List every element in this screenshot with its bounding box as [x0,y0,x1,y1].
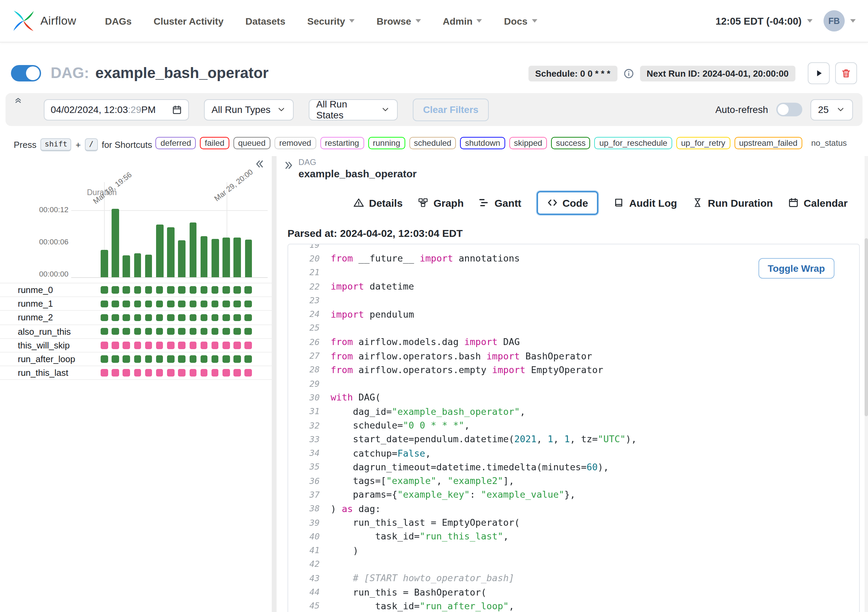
task-instance-skipped[interactable] [101,369,108,376]
task-instance-success[interactable] [156,287,163,294]
schedule-badge[interactable]: Schedule: 0 0 * * * [529,65,617,81]
task-instance-success[interactable] [200,356,208,363]
clear-filters-button[interactable]: Clear Filters [413,98,489,121]
legend-removed[interactable]: removed [274,137,316,149]
task-instance-skipped[interactable] [178,369,186,376]
task-instance-success[interactable] [200,287,208,294]
task-instance-success[interactable] [101,287,108,294]
collapse-filters-button[interactable] [14,96,23,105]
user-menu[interactable]: FB [823,10,856,31]
task-instance-success[interactable] [167,356,174,363]
legend-upstream_failed[interactable]: upstream_failed [734,137,802,149]
task-instance-success[interactable] [134,356,141,363]
task-instance-success[interactable] [167,287,174,294]
task-label-also_run_this[interactable]: also_run_this [18,326,71,336]
tab-run-duration[interactable]: Run Duration [692,197,773,208]
task-instance-skipped[interactable] [156,342,163,349]
task-instance-success[interactable] [145,328,152,335]
duration-bar[interactable] [145,254,152,277]
task-instance-success[interactable] [112,314,119,321]
grid-panel-scrollbar[interactable] [272,156,277,612]
nav-item-admin[interactable]: Admin [443,15,482,26]
task-instance-success[interactable] [200,314,208,321]
clock-menu[interactable]: 12:05 EDT (-04:00) [716,15,812,26]
tab-audit-log[interactable]: Audit Log [613,197,677,208]
task-instance-success[interactable] [145,300,152,307]
task-instance-success[interactable] [212,328,219,335]
tab-details[interactable]: Details [353,197,403,208]
task-instance-success[interactable] [123,356,130,363]
legend-skipped[interactable]: skipped [509,137,547,149]
task-instance-skipped[interactable] [245,342,252,349]
task-instance-success[interactable] [101,314,108,321]
task-instance-skipped[interactable] [123,369,130,376]
task-instance-success[interactable] [234,356,241,363]
task-instance-skipped[interactable] [101,342,108,349]
task-instance-skipped[interactable] [245,369,252,376]
task-instance-success[interactable] [145,314,152,321]
task-instance-success[interactable] [167,314,174,321]
duration-bar[interactable] [167,227,174,277]
task-instance-success[interactable] [112,300,119,307]
duration-bar[interactable] [201,237,208,277]
task-instance-success[interactable] [234,314,241,321]
run-types-select[interactable]: All Run Types [204,99,294,120]
task-instance-success[interactable] [222,287,229,294]
legend-up_for_reschedule[interactable]: up_for_reschedule [595,137,672,149]
task-instance-success[interactable] [189,300,197,307]
task-instance-success[interactable] [222,356,229,363]
task-instance-success[interactable] [123,328,130,335]
legend-scheduled[interactable]: scheduled [409,137,456,149]
task-instance-success[interactable] [123,300,130,307]
duration-bar[interactable] [178,240,186,277]
legend-shutdown[interactable]: shutdown [460,137,505,149]
legend-failed[interactable]: failed [200,137,229,149]
task-instance-success[interactable] [134,300,141,307]
breadcrumb[interactable]: DAG [298,158,316,167]
task-instance-success[interactable] [178,328,186,335]
task-instance-success[interactable] [245,356,252,363]
trigger-dag-button[interactable] [808,62,830,84]
brand-home-link[interactable]: Airflow [12,9,76,32]
legend-no_status[interactable]: no_status [806,137,852,149]
task-instance-success[interactable] [178,287,186,294]
task-instance-success[interactable] [156,300,163,307]
task-instance-success[interactable] [200,328,208,335]
task-instance-success[interactable] [245,300,252,307]
task-instance-success[interactable] [212,300,219,307]
task-instance-success[interactable] [167,300,174,307]
task-instance-skipped[interactable] [156,369,163,376]
task-label-run_this_last[interactable]: run_this_last [18,367,68,378]
page-scrollbar[interactable] [865,156,868,612]
tab-code[interactable]: Code [536,191,598,215]
task-instance-skipped[interactable] [212,342,219,349]
task-instance-skipped[interactable] [123,342,130,349]
task-instance-success[interactable] [189,314,197,321]
task-instance-success[interactable] [222,314,229,321]
nav-item-cluster-activity[interactable]: Cluster Activity [154,15,223,26]
task-instance-success[interactable] [212,356,219,363]
nav-item-dags[interactable]: DAGs [105,15,132,26]
nav-item-browse[interactable]: Browse [377,15,421,26]
task-instance-success[interactable] [134,287,141,294]
duration-bar[interactable] [212,239,219,277]
delete-dag-button[interactable] [835,62,857,84]
task-instance-success[interactable] [222,328,229,335]
task-instance-success[interactable] [101,356,108,363]
task-instance-skipped[interactable] [145,342,152,349]
task-instance-skipped[interactable] [189,342,197,349]
run-states-select[interactable]: All Run States [309,99,398,120]
duration-bar[interactable] [101,250,108,277]
legend-restarting[interactable]: restarting [320,137,364,149]
panel-collapse-button[interactable] [255,159,265,169]
task-instance-success[interactable] [145,287,152,294]
task-instance-skipped[interactable] [134,369,141,376]
legend-up_for_retry[interactable]: up_for_retry [676,137,730,149]
task-instance-success[interactable] [189,328,197,335]
duration-bar[interactable] [234,237,241,277]
task-instance-success[interactable] [212,287,219,294]
task-instance-success[interactable] [167,328,174,335]
task-label-this_will_skip[interactable]: this_will_skip [18,340,70,350]
toggle-wrap-button[interactable]: Toggle Wrap [758,258,834,279]
duration-bar[interactable] [189,223,197,277]
